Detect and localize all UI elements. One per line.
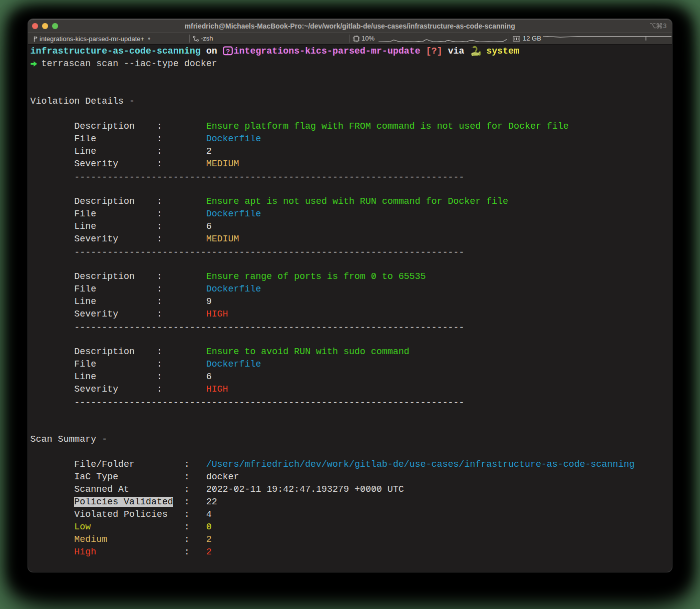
svg-text:?: ? bbox=[225, 48, 229, 55]
svg-text:3: 3 bbox=[663, 23, 666, 29]
